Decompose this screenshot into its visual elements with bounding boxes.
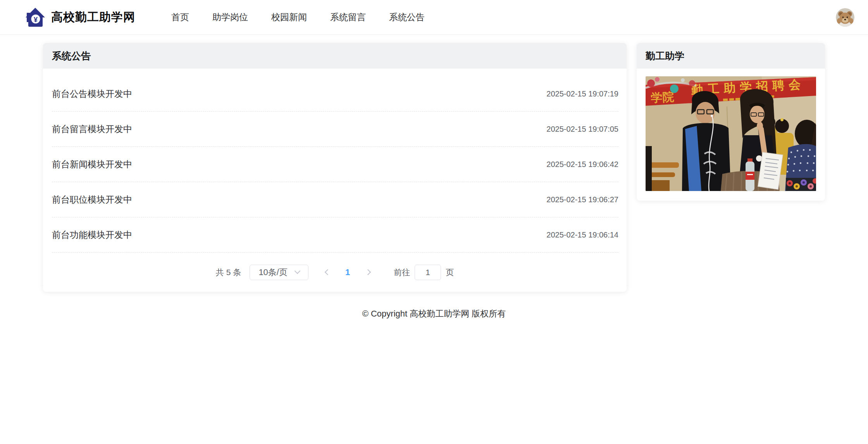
work-study-panel-title: 勤工助学 (646, 50, 684, 62)
page-size-value: 10条/页 (258, 267, 288, 278)
main-nav: 首页 助学岗位 校园新闻 系统留言 系统公告 (171, 11, 448, 23)
work-study-panel: 勤工助学 学院 勤工助学招聘会 (637, 43, 825, 201)
announcement-row[interactable]: 前台新闻模块开发中 2025-02-15 19:06:42 (52, 147, 618, 182)
chevron-down-icon (294, 268, 301, 274)
announcement-title[interactable]: 前台职位模块开发中 (52, 194, 132, 206)
chevron-left-icon (324, 269, 331, 275)
pagination-total: 共 5 条 (216, 267, 241, 278)
page-size-select[interactable]: 10条/页 (250, 265, 308, 280)
logo-yuan-symbol: ¥ (34, 15, 38, 23)
page-number-current[interactable]: 1 (336, 267, 359, 277)
nav-item-system-announcements[interactable]: 系统公告 (389, 11, 425, 23)
announcement-title[interactable]: 前台公告模块开发中 (52, 88, 132, 100)
page-footer: © Copyright 高校勤工助学网 版权所有 (0, 308, 868, 320)
announcement-time: 2025-02-15 19:06:42 (546, 160, 618, 169)
announcement-time: 2025-02-15 19:06:27 (546, 195, 618, 204)
announcements-panel: 系统公告 前台公告模块开发中 2025-02-15 19:07:19 前台留言模… (43, 43, 627, 292)
announcement-row[interactable]: 前台职位模块开发中 2025-02-15 19:06:27 (52, 182, 618, 217)
announcement-time: 2025-02-15 19:06:14 (546, 231, 618, 239)
next-page-button[interactable] (359, 265, 377, 280)
announcement-row[interactable]: 前台功能模块开发中 2025-02-15 19:06:14 (52, 217, 618, 253)
brand[interactable]: ¥ 高校勤工助学网 (25, 7, 135, 28)
goto-page-label: 前往 (394, 267, 410, 278)
top-navbar: ¥ 高校勤工助学网 首页 助学岗位 校园新闻 系统留言 系统公告 (0, 0, 868, 35)
goto-page-input[interactable] (415, 265, 441, 280)
nav-item-system-messages[interactable]: 系统留言 (330, 11, 366, 23)
work-study-photo: 学院 勤工助学招聘会 (637, 69, 825, 201)
announcement-title[interactable]: 前台功能模块开发中 (52, 229, 132, 241)
announcement-row[interactable]: 前台公告模块开发中 2025-02-15 19:07:19 (52, 76, 618, 112)
banner-text-left: 学院 (651, 90, 675, 104)
chevron-right-icon (365, 269, 371, 275)
announcement-title[interactable]: 前台留言模块开发中 (52, 123, 132, 135)
announcements-panel-header: 系统公告 (43, 43, 627, 69)
copyright-text: © Copyright 高校勤工助学网 版权所有 (362, 309, 506, 318)
brand-title: 高校勤工助学网 (51, 9, 135, 25)
prev-page-button[interactable] (319, 265, 336, 280)
user-avatar[interactable] (836, 8, 854, 27)
goto-page-unit-label: 页 (446, 267, 454, 278)
announcements-list: 前台公告模块开发中 2025-02-15 19:07:19 前台留言模块开发中 … (43, 69, 627, 253)
work-study-panel-header: 勤工助学 (637, 43, 825, 69)
announcement-row[interactable]: 前台留言模块开发中 2025-02-15 19:07:05 (52, 112, 618, 147)
announcement-title[interactable]: 前台新闻模块开发中 (52, 158, 132, 170)
nav-item-campus-news[interactable]: 校园新闻 (271, 11, 307, 23)
teddy-bear-avatar-image (836, 8, 854, 27)
content-area: 系统公告 前台公告模块开发中 2025-02-15 19:07:19 前台留言模… (0, 35, 868, 292)
pagination: 共 5 条 10条/页 1 前往 页 (43, 253, 627, 292)
nav-item-work-study-jobs[interactable]: 助学岗位 (212, 11, 248, 23)
house-yuan-logo-icon: ¥ (25, 7, 46, 28)
nav-item-home[interactable]: 首页 (171, 11, 189, 23)
recruitment-fair-photo-illustration: 学院 勤工助学招聘会 (646, 76, 816, 191)
announcements-panel-title: 系统公告 (52, 50, 91, 62)
announcement-time: 2025-02-15 19:07:19 (546, 89, 618, 98)
announcement-time: 2025-02-15 19:07:05 (546, 125, 618, 134)
